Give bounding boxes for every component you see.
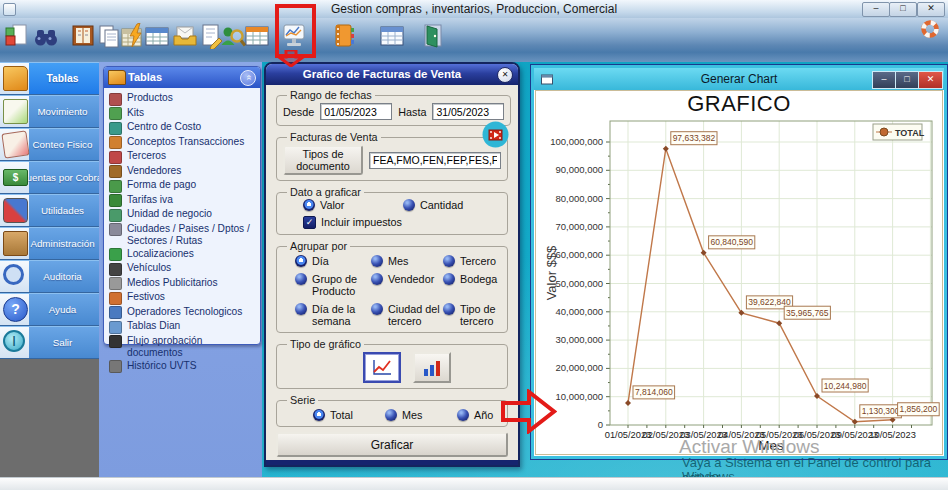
date-to-input[interactable] (432, 103, 504, 120)
submenu-item-centro-de-costo[interactable]: Centro de Costo (107, 121, 258, 136)
submenu-item-vendedores[interactable]: Vendedores (107, 165, 258, 180)
uvts-history-icon (109, 360, 122, 373)
new-document-icon[interactable] (4, 23, 30, 49)
graficar-button[interactable]: Graficar (276, 432, 508, 457)
radio-grupo-de-producto[interactable]: Grupo de Producto (295, 273, 371, 297)
chart-close-button[interactable] (918, 71, 943, 89)
app-titlebar: Gestion compras , inventarios, Produccio… (0, 0, 948, 19)
table-grid-icon[interactable] (144, 23, 170, 49)
submenu-item-tarifas-iva[interactable]: Tarifas iva (107, 194, 258, 209)
radio-vendedor[interactable]: Vendedor (371, 273, 443, 297)
sidebar-item-utilidades[interactable]: Utilidades (0, 194, 99, 227)
cities-building-icon (109, 223, 122, 236)
ledger-book-icon[interactable] (70, 23, 96, 49)
media-film-button[interactable] (482, 121, 509, 148)
copy-documents-icon[interactable] (96, 23, 122, 49)
radio-tipo-de-tercero[interactable]: Tipo de tercero (443, 303, 501, 327)
data-table-icon[interactable] (379, 23, 405, 49)
chart-window-titlebar[interactable]: Generar Chart (534, 68, 944, 90)
sidebar-item-cuentas-por-cobrar[interactable]: Cuentas por Cobrar (0, 161, 99, 194)
submenu-item-medios-publicitarios[interactable]: Medios Publicitarios (107, 277, 258, 292)
submenu-item-terceros[interactable]: Terceros (107, 150, 258, 165)
radio-dot-icon (443, 255, 455, 267)
submenu-item-label: Operadores Tecnologicos (127, 306, 242, 318)
sidebar-item-label: Ayuda (28, 293, 97, 326)
submenu-item-vehiculos[interactable]: Vehículos (107, 262, 258, 277)
radio-total[interactable]: Total (313, 409, 385, 421)
mail-tray-icon[interactable] (172, 23, 198, 49)
radio-mes[interactable]: Mes (385, 409, 457, 421)
data-point-label: 7,814,060 (635, 387, 673, 397)
radio-dot-icon (443, 273, 455, 285)
app-title: Gestion compras , inventarios, Produccio… (0, 2, 948, 16)
sidebar-item-label: Utilidades (28, 194, 97, 227)
document-types-button[interactable]: Tipos de documento (283, 145, 363, 175)
submenu-item-flujo-aprobacion-documentos[interactable]: Flujo aprobación documentos (107, 335, 258, 360)
dialog-titlebar[interactable]: Grafico de Facturas de Venta (266, 64, 518, 85)
collapse-chevron-icon[interactable] (240, 70, 256, 86)
radio-label: Año (474, 409, 493, 421)
radio-label: Valor (320, 199, 344, 211)
radio-label: Tipo de tercero (460, 303, 501, 327)
to-label: Hasta (398, 106, 426, 118)
orders-table-icon[interactable] (244, 23, 270, 49)
radio-dia-de-la-semana[interactable]: Día de la semana (295, 303, 371, 327)
money-icon (3, 169, 28, 186)
sidebar-item-auditoria[interactable]: Auditoria (0, 260, 99, 293)
minimize-button[interactable] (862, 2, 890, 17)
submenu-item-ciudades-paises-dptos-sectores-rutas[interactable]: Ciudades / Paises / Dptos / Sectores / R… (107, 223, 258, 248)
sidebar-item-movimiento[interactable]: Movimiento (0, 95, 99, 128)
submenu-item-unidad-de-negocio[interactable]: Unidad de negocio (107, 208, 258, 223)
radio-dia[interactable]: Día (295, 255, 371, 267)
submenu-item-tablas-dian[interactable]: Tablas Dian (107, 320, 258, 335)
radio-cantidad[interactable]: Cantidad (403, 199, 501, 211)
radio-ano[interactable]: Año (457, 409, 501, 421)
search-user-icon[interactable] (220, 23, 246, 49)
sidebar-item-conteo-fisico[interactable]: Conteo Fisico (0, 128, 99, 161)
radio-mes[interactable]: Mes (371, 255, 443, 267)
help-lifesaver-icon[interactable] (921, 20, 939, 38)
submenu-item-operadores-tecnologicos[interactable]: Operadores Tecnologicos (107, 306, 258, 321)
radio-label: Cantidad (420, 199, 463, 211)
checkbox-incluir-impuestos[interactable]: Incluir impuestos (283, 216, 501, 229)
submenu-item-kits[interactable]: Kits (107, 107, 258, 122)
submenu-item-festivos[interactable]: Festivos (107, 291, 258, 306)
dialog-close-icon[interactable] (497, 67, 513, 83)
exit-door-icon[interactable] (419, 23, 445, 49)
y-tick-label: 100,000,000 (550, 136, 603, 147)
quick-entry-calendar-icon[interactable] (120, 23, 146, 49)
checkbox-check-icon (303, 216, 316, 229)
submenu-item-localizaciones[interactable]: Localizaciones (107, 248, 258, 263)
date-from-input[interactable] (320, 103, 392, 120)
binoculars-search-icon[interactable] (33, 23, 59, 49)
radio-bodega[interactable]: Bodega (443, 273, 501, 297)
submenu-item-historico-uvts[interactable]: Histórico UVTS (107, 360, 258, 375)
chart-type-legend: Tipo de gráfico (287, 338, 364, 350)
submenu-item-label: Localizaciones (127, 248, 194, 260)
sidebar-item-salir[interactable]: Salir (0, 326, 99, 359)
radio-valor[interactable]: Valor (303, 199, 403, 211)
sidebar-item-tablas[interactable]: Tablas (0, 62, 99, 95)
radio-dot-icon (295, 273, 307, 285)
restore-button[interactable] (889, 2, 917, 17)
data-point-label: 10,244,980 (824, 381, 867, 391)
radio-ciudad-del-tercero[interactable]: Ciudad del tercero (371, 303, 443, 327)
magnifier-icon (3, 264, 24, 285)
chart-maximize-button[interactable] (895, 71, 919, 89)
sidebar-item-ayuda[interactable]: Ayuda (0, 293, 99, 326)
document-types-input[interactable] (369, 152, 501, 169)
bar-chart-type-button[interactable] (413, 352, 451, 383)
line-chart-type-button[interactable] (363, 352, 401, 383)
y-tick-label: 80,000,000 (555, 193, 603, 204)
sidebar-item-label: Movimiento (28, 95, 97, 128)
submenu-item-forma-de-pago[interactable]: Forma de pago (107, 179, 258, 194)
chart-type-group: Tipo de gráfico (276, 338, 508, 389)
submenu-item-conceptos-transacciones[interactable]: Conceptos Transacciones (107, 136, 258, 151)
submenu-item-label: Tarifas iva (127, 194, 173, 206)
sidebar-item-administracion[interactable]: Administración (0, 227, 99, 260)
submenu-item-productos[interactable]: Productos (107, 92, 258, 107)
chart-minimize-button[interactable] (872, 71, 896, 89)
notebook-icon[interactable] (329, 23, 355, 49)
radio-tercero[interactable]: Tercero (443, 255, 501, 267)
close-button[interactable] (917, 2, 945, 17)
